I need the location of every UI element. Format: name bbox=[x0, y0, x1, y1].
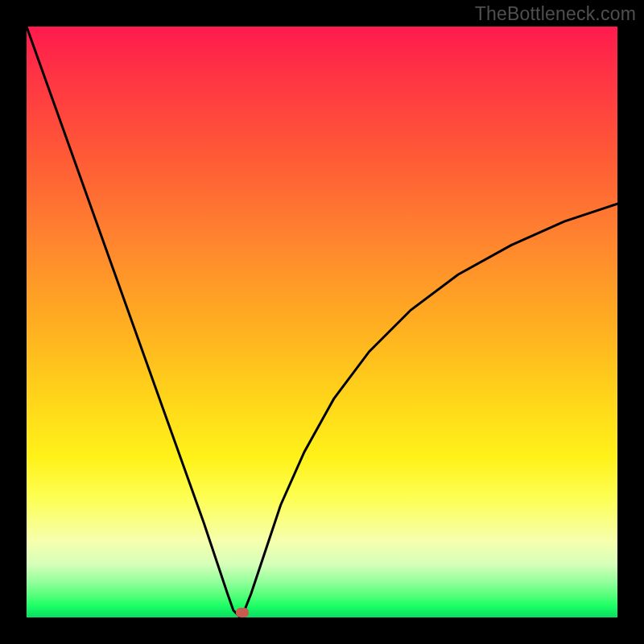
curve-left-branch bbox=[27, 27, 239, 617]
watermark-label: TheBottleneck.com bbox=[475, 3, 636, 25]
chart-viewport: TheBottleneck.com bbox=[0, 0, 644, 644]
minimum-marker bbox=[236, 608, 249, 617]
plot-area bbox=[27, 27, 617, 617]
curve-right-branch bbox=[239, 204, 617, 616]
curve-svg bbox=[27, 27, 617, 617]
